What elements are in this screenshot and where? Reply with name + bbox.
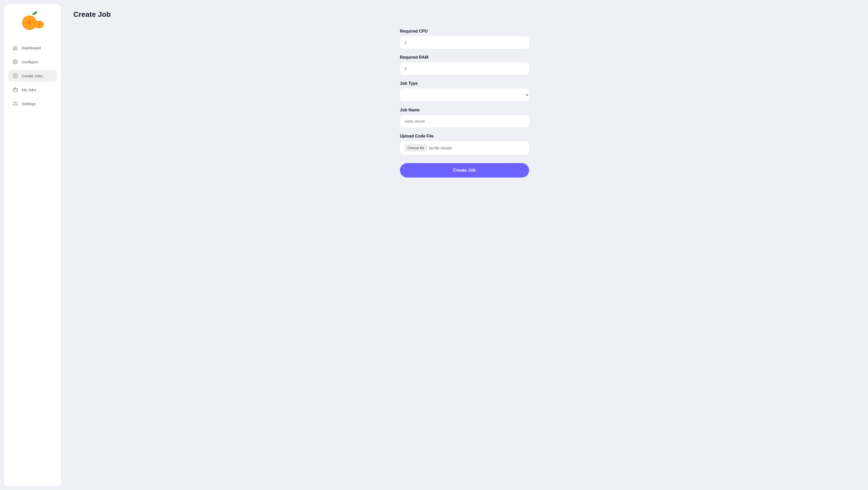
sidebar-item-label: Configure	[22, 60, 38, 64]
sidebar-item-label: Dashboard	[22, 46, 40, 50]
create-job-form: Required CPU Required RAM Job Type Job N…	[400, 29, 529, 178]
sidebar-item-settings[interactable]: Settings	[8, 98, 57, 110]
sidebar-logo	[8, 10, 57, 34]
job-type-select[interactable]	[400, 88, 529, 101]
app-container: Dashboard Configure	[0, 0, 868, 490]
page-title: Create Job	[73, 10, 856, 19]
app-logo	[20, 10, 45, 34]
create-job-button[interactable]: Create Job	[400, 163, 529, 178]
sidebar: Dashboard Configure	[4, 4, 61, 486]
cpu-field: Required CPU	[400, 29, 529, 49]
sidebar-item-create-jobs[interactable]: Create Jobs	[8, 70, 57, 82]
upload-field: Upload Code File Choose file No file cho…	[400, 134, 529, 155]
svg-point-13	[38, 24, 40, 25]
job-type-field: Job Type	[400, 81, 529, 101]
plus-circle-icon	[12, 73, 18, 79]
briefcase-icon	[12, 87, 18, 93]
svg-point-8	[28, 22, 31, 24]
sidebar-item-label: My Jobs	[22, 88, 36, 92]
sidebar-item-dashboard[interactable]: Dashboard	[8, 42, 57, 54]
ram-input[interactable]	[400, 62, 529, 75]
cpu-label: Required CPU	[400, 29, 529, 34]
job-type-label: Job Type	[400, 81, 529, 86]
svg-point-14	[15, 61, 16, 63]
job-name-label: Job Name	[400, 108, 529, 113]
choose-file-button[interactable]: Choose file	[405, 145, 427, 151]
upload-label: Upload Code File	[400, 134, 529, 139]
svg-rect-18	[13, 89, 18, 92]
cpu-input[interactable]	[400, 36, 529, 49]
file-input-wrapper: Choose file No file chosen	[400, 141, 529, 155]
sidebar-item-my-jobs[interactable]: My Jobs	[8, 84, 57, 96]
gear-icon	[12, 59, 18, 65]
sidebar-item-label: Create Jobs	[22, 74, 43, 78]
file-name-text: No file chosen	[429, 146, 452, 150]
job-name-input[interactable]	[400, 115, 529, 128]
job-name-field: Job Name	[400, 108, 529, 128]
sidebar-nav: Dashboard Configure	[8, 42, 57, 110]
home-icon	[12, 45, 18, 51]
logo-image	[20, 10, 45, 31]
sidebar-item-configure[interactable]: Configure	[8, 56, 57, 68]
ram-field: Required RAM	[400, 55, 529, 75]
main-content: Create Job Required CPU Required RAM Job…	[65, 4, 864, 486]
ram-label: Required RAM	[400, 55, 529, 60]
sidebar-item-label: Settings	[22, 101, 36, 106]
sliders-icon	[12, 101, 18, 106]
